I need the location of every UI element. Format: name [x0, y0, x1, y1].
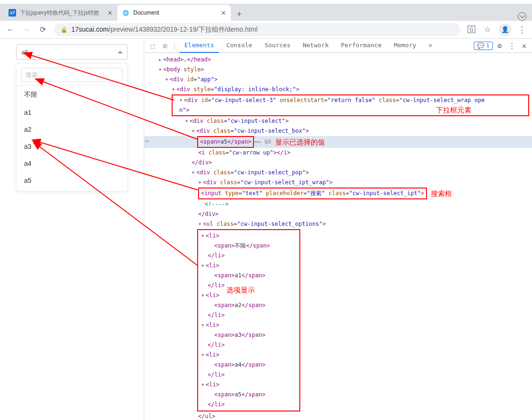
favicon-icon: 17: [9, 9, 16, 17]
tab-elements[interactable]: Elements: [180, 39, 219, 53]
tab-console[interactable]: Console: [222, 39, 257, 53]
browser-toolbar: ← → ⟳ 🔒 17sucai.com/preview/1438932/2019…: [0, 21, 532, 39]
translate-icon[interactable]: 🄶: [467, 25, 476, 34]
select-widget: a5 不限 a1 a2 a3 a4 a5: [16, 44, 128, 191]
tab-performance[interactable]: Performance: [336, 39, 386, 53]
kebab-menu-icon[interactable]: ⋮: [506, 42, 517, 50]
options-list: 不限 a1 a2 a3 a4 a5: [17, 86, 127, 189]
tab-network[interactable]: Network: [298, 39, 333, 53]
list-item[interactable]: a5: [17, 172, 127, 189]
content-area: a5 不限 a1 a2 a3 a4 a5 ⬚ ⎚: [0, 39, 532, 420]
annotation-label: 选项显示: [227, 285, 255, 295]
menu-dots-icon[interactable]: ⋮: [518, 25, 526, 35]
selected-value: a5: [21, 49, 28, 56]
annotation-label: 下拉框元素: [436, 105, 471, 115]
elements-tree[interactable]: ▸<head>…</head> ▾<body style> ▾<div id="…: [144, 53, 532, 420]
inspect-icon[interactable]: ⬚: [148, 42, 157, 50]
globe-icon: 🌐: [122, 9, 130, 17]
devtools-pane: ⬚ ⎚ Elements Console Sources Network Per…: [144, 39, 532, 420]
profile-avatar[interactable]: 👤: [499, 24, 511, 36]
devtools-close-icon[interactable]: ✕: [520, 42, 528, 50]
messages-badge[interactable]: 💬1: [474, 42, 493, 50]
divider: [174, 42, 175, 50]
lock-icon: 🔒: [61, 26, 68, 33]
address-bar[interactable]: 🔒 17sucai.com/preview/1438932/2019-12-19…: [54, 23, 460, 36]
search-input[interactable]: [21, 68, 122, 82]
url-text: 17sucai.com/preview/1438932/2019-12-19/下…: [71, 26, 258, 34]
reload-button[interactable]: ⟳: [38, 25, 47, 34]
tab-strip: 17 下拉jquery特效代码_下拉js特效 ✕ 🌐 Document ✕ +: [0, 4, 532, 21]
annotation-label: 搜索框: [431, 189, 452, 198]
tab-search-button[interactable]: [518, 12, 526, 21]
list-item[interactable]: a2: [17, 121, 127, 138]
tab-sources[interactable]: Sources: [260, 39, 295, 53]
tab-title: 下拉jquery特效代码_下拉js特效: [20, 9, 104, 17]
list-item[interactable]: a4: [17, 155, 127, 172]
bookmark-star-icon[interactable]: ☆: [483, 25, 492, 34]
search-wrap: [17, 68, 127, 86]
list-item[interactable]: a1: [17, 104, 127, 121]
gear-icon[interactable]: ⚙: [496, 42, 504, 50]
devtools-toolbar: ⬚ ⎚ Elements Console Sources Network Per…: [144, 39, 532, 53]
annotation-label: 显示已选择的值: [275, 137, 325, 147]
more-tabs[interactable]: »: [424, 39, 437, 53]
page-pane: a5 不限 a1 a2 a3 a4 a5: [0, 39, 144, 420]
close-icon[interactable]: ✕: [221, 9, 226, 17]
list-item[interactable]: a3: [17, 138, 127, 155]
new-tab-button[interactable]: +: [233, 8, 246, 21]
browser-tab-0[interactable]: 17 下拉jquery特效代码_下拉js特效 ✕: [4, 5, 117, 21]
select-popup: 不限 a1 a2 a3 a4 a5: [16, 63, 128, 191]
chevron-up-icon: [118, 51, 122, 53]
chat-icon: 💬: [477, 43, 484, 49]
close-icon[interactable]: ✕: [107, 9, 113, 17]
tab-title: Document: [133, 9, 217, 16]
device-toggle-icon[interactable]: ⎚: [160, 42, 170, 50]
list-item[interactable]: 不限: [17, 86, 127, 104]
tab-memory[interactable]: Memory: [389, 39, 421, 53]
back-button[interactable]: ←: [6, 25, 15, 34]
selection-dots-icon: ⋯: [145, 136, 149, 146]
forward-button: →: [22, 25, 31, 34]
select-box[interactable]: a5: [16, 44, 128, 60]
browser-tab-1[interactable]: 🌐 Document ✕: [117, 5, 231, 21]
